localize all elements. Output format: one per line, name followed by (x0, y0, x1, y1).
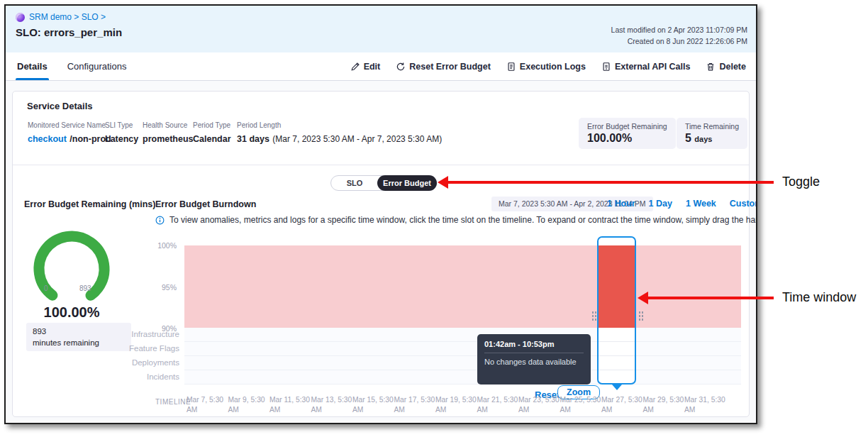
edit-button[interactable]: Edit (350, 62, 381, 72)
timeline-tick[interactable]: Mar 29, 5:30AM (643, 395, 685, 415)
field-health-source: Health Source prometheus (143, 121, 194, 145)
info-row: To view anomalies, metrics and logs for … (155, 215, 757, 228)
timeline-tick[interactable]: Mar 13, 5:30AM (311, 395, 353, 415)
row-label-infrastructure: Infrastructure (87, 330, 179, 338)
timeline-tick[interactable]: Mar 9, 5:30AM (228, 395, 270, 415)
timeline-tick[interactable]: Mar 21, 5:30AM (477, 395, 519, 415)
row-label-feature-flags: Feature Flags (87, 344, 179, 353)
app-window: SRM demo > SLO > SLO: errors_per_min Las… (4, 4, 757, 424)
breadcrumb[interactable]: SRM demo > SLO > (16, 12, 106, 22)
timestamps: Last modified on 2 Apr 2023 11:07:09 PM … (611, 24, 747, 48)
tooltip-divider (484, 353, 584, 353)
time-remaining-stat: Time Remaining 5 days (677, 118, 747, 149)
timeline-tick[interactable]: Mar 25, 5:30AM (560, 395, 602, 415)
field-sli-type: SLI Type Latency (105, 121, 138, 145)
view-toggle: SLO Error Budget (330, 175, 437, 191)
range-1-hour[interactable]: 1 Hour (607, 199, 635, 209)
time-window-selection[interactable] (597, 236, 636, 385)
right-drag-handle[interactable] (638, 311, 644, 322)
document-arrow-icon (601, 62, 611, 72)
page-header: SRM demo > SLO > SLO: errors_per_min Las… (6, 6, 756, 52)
document-icon (506, 62, 516, 72)
created-on: Created on 8 Jun 2022 12:26:06 PM (611, 35, 747, 47)
toggle-option-error-budget[interactable]: Error Budget (377, 175, 437, 191)
reset-icon (396, 62, 406, 72)
info-text: To view anomalies, metrics and logs for … (169, 215, 757, 225)
range-1-day[interactable]: 1 Day (649, 199, 672, 209)
row-label-deployments: Deployments (87, 358, 179, 367)
error-budget-remaining-stat: Error Budget Remaining 100.00% (579, 118, 676, 149)
pencil-icon (350, 62, 360, 72)
page-title: SLO: errors_per_min (16, 26, 122, 38)
gauge-percent: 100.00% (18, 304, 125, 321)
time-range-links: 1 Hour 1 Day 1 Week Custom (607, 199, 757, 209)
toggle-annotation: Toggle (782, 175, 820, 189)
error-budget-gauge (26, 228, 117, 312)
slo-card: Service Details Monitored Service Name c… (12, 91, 750, 417)
tooltip-message: No changes data available (484, 358, 584, 366)
monitored-service-link[interactable]: checkout (28, 134, 67, 144)
left-drag-handle[interactable] (591, 311, 597, 322)
trash-icon (706, 62, 716, 72)
gauge-max-label: 893 (79, 284, 91, 292)
timeline-tick[interactable]: Mar 23, 5:30AM (518, 395, 560, 415)
service-details-section: Service Details Monitored Service Name c… (13, 92, 749, 165)
harness-logo-icon (16, 13, 25, 22)
gauge-title: Error Budget Remaining (mins) (24, 199, 155, 209)
timeline-tick[interactable]: Mar 27, 5:30AM (601, 395, 643, 415)
time-window-highlight (599, 245, 635, 328)
row-label-incidents: Incidents (87, 372, 179, 381)
range-custom[interactable]: Custom (730, 199, 757, 209)
tab-configurations[interactable]: Configurations (67, 52, 127, 80)
timeline-tick[interactable]: Mar 11, 5:30AM (269, 395, 311, 415)
tooltip-time-range: 01:42am - 10:53pm (484, 340, 584, 348)
y-axis-label-100: 100% (150, 241, 177, 250)
toggle-arrow-icon (438, 176, 448, 189)
gauge-min-label: 0 (44, 284, 48, 292)
field-period-length: Period Length 31 days (Mar 7, 2023 5:30 … (237, 121, 442, 145)
time-window-arrow-line (647, 297, 774, 299)
toggle-option-slo[interactable]: SLO (331, 176, 378, 190)
execution-logs-button[interactable]: Execution Logs (506, 62, 586, 72)
error-budget-band[interactable] (184, 245, 741, 328)
timeline-tick[interactable]: Mar 19, 5:30AM (435, 395, 477, 415)
external-api-calls-button[interactable]: External API Calls (601, 62, 691, 72)
action-bar: Edit Reset Error Budget Execution Logs E… (350, 52, 746, 80)
timeline-label: TIMELINE (155, 398, 191, 406)
time-window-annotation: Time window (782, 290, 856, 305)
breadcrumb-text[interactable]: SRM demo > SLO > (29, 12, 106, 22)
timeline-tick[interactable]: Mar 15, 5:30AM (352, 395, 394, 415)
burndown-title: Error Budget Burndown (155, 199, 256, 209)
y-axis-label-95: 95% (150, 283, 177, 292)
timeline-tick[interactable]: Mar 31, 5:30AM (684, 395, 726, 415)
last-modified: Last modified on 2 Apr 2023 11:07:09 PM (611, 24, 747, 35)
service-details-title: Service Details (27, 101, 93, 111)
info-icon (155, 215, 165, 228)
field-period-type: Period Type Calendar (193, 121, 231, 145)
delete-button[interactable]: Delete (706, 62, 746, 72)
tab-details[interactable]: Details (17, 52, 48, 80)
reset-error-budget-button[interactable]: Reset Error Budget (396, 62, 491, 72)
tab-bar: Details Configurations Edit Reset Error … (6, 52, 756, 81)
change-rows-area (184, 328, 741, 385)
field-monitored-service: Monitored Service Name checkout /non-pro… (28, 121, 111, 145)
timeline-tick[interactable]: Mar 7, 5:30AM (187, 395, 228, 415)
changes-tooltip: 01:42am - 10:53pm No changes data availa… (477, 334, 591, 385)
toggle-arrow-line (447, 181, 774, 184)
time-window-arrow-icon (638, 292, 648, 304)
timeline-ticks: Mar 7, 5:30AM Mar 9, 5:30AM Mar 11, 5:30… (187, 395, 726, 415)
content-area: Service Details Monitored Service Name c… (6, 81, 756, 423)
timeline-tick[interactable]: Mar 17, 5:30AM (394, 395, 436, 415)
range-1-week[interactable]: 1 Week (686, 199, 716, 209)
time-window-pointer-icon (612, 385, 622, 390)
